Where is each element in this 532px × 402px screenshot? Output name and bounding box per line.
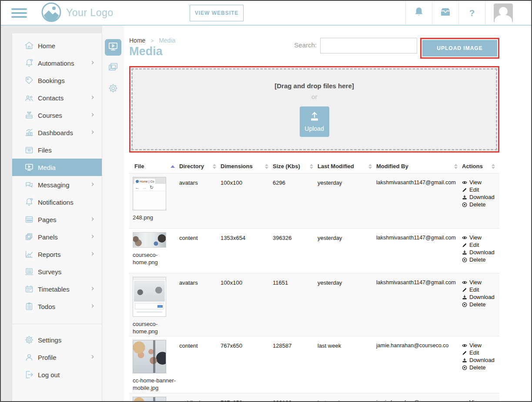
sidebar-item-courses[interactable]: Courses xyxy=(12,106,102,124)
edit-action[interactable]: Edit xyxy=(462,286,499,293)
delete-action[interactable]: Delete xyxy=(462,201,499,208)
download-action[interactable]: Download xyxy=(462,249,499,256)
sidebar-item-bookings[interactable]: Bookings xyxy=(12,72,102,89)
sort-icons xyxy=(213,164,216,169)
logout-icon xyxy=(24,369,34,380)
file-thumbnail[interactable] xyxy=(133,340,166,373)
tag-icon xyxy=(24,75,34,86)
download-icon xyxy=(462,195,467,200)
download-action[interactable]: Download xyxy=(462,356,499,364)
delete-action[interactable]: Delete xyxy=(462,301,499,308)
download-action[interactable]: Download xyxy=(462,293,499,301)
sidebar-item-todos[interactable]: Todos xyxy=(12,298,102,315)
delete-icon xyxy=(462,257,467,262)
reload-icon: ↻ xyxy=(150,185,154,190)
chevron-right-icon xyxy=(90,354,96,361)
eye-icon xyxy=(462,235,467,240)
iconbar-images-button[interactable] xyxy=(105,60,121,76)
edit-action[interactable]: Edit xyxy=(462,186,499,193)
chevron-right-icon xyxy=(90,94,96,102)
upload-image-button[interactable]: UPLOAD IMAGE xyxy=(422,40,497,56)
or-text: or xyxy=(311,93,317,100)
sidebar-item-pages[interactable]: Pages xyxy=(12,211,102,228)
bar-chart-icon xyxy=(24,127,34,138)
download-action[interactable]: Download xyxy=(462,193,499,201)
sidebar-item-surveys[interactable]: Surveys xyxy=(12,263,102,280)
sidebar-item-files[interactable]: Files xyxy=(12,141,102,159)
sidebar-item-home[interactable]: Home xyxy=(12,37,102,54)
page-icon xyxy=(24,214,34,225)
eye-icon xyxy=(462,280,467,285)
file-thumbnail[interactable] xyxy=(133,277,166,317)
view-action[interactable]: View xyxy=(462,179,499,186)
table-row: courseco-home.png avatars 100x100 11651 … xyxy=(129,273,499,336)
file-thumbnail[interactable]: Home | Co ←→↻ xyxy=(133,177,166,210)
search-label: Search: xyxy=(294,41,317,49)
panels-icon xyxy=(24,232,34,242)
search-input[interactable] xyxy=(320,38,417,53)
eye-icon xyxy=(462,400,467,402)
images-icon xyxy=(107,62,119,75)
upload-button[interactable]: Upload xyxy=(300,106,329,137)
notifications-bell-button[interactable] xyxy=(405,1,432,25)
cell-last-modified: yesterday xyxy=(318,229,376,273)
help-icon: ? xyxy=(469,8,475,18)
sidebar-item-profile[interactable]: Profile xyxy=(12,349,102,366)
chevron-right-icon xyxy=(90,251,96,258)
file-thumbnail[interactable] xyxy=(133,232,166,248)
view-action[interactable]: View xyxy=(462,342,499,349)
hamburger-menu-icon[interactable] xyxy=(11,6,27,20)
logo-text: Your Logo xyxy=(66,7,114,19)
column-header-modified-by[interactable]: Modified By xyxy=(376,160,462,169)
cell-last-modified: last week xyxy=(318,336,376,396)
media-table: File Directory Dimensions Size (Kbs) xyxy=(129,160,499,402)
sidebar-item-dashboards[interactable]: Dashboards xyxy=(12,124,102,141)
column-header-actions[interactable]: Actions xyxy=(462,160,499,169)
cell-dimensions: 100x100 xyxy=(221,273,273,339)
view-website-button[interactable]: VIEW WEBSITE xyxy=(190,5,244,21)
column-header-directory[interactable]: Directory xyxy=(179,160,221,169)
monitor-play-icon xyxy=(107,41,119,54)
sidebar-item-automations[interactable]: Automations xyxy=(12,54,102,72)
home-icon xyxy=(24,40,34,51)
cell-dimensions: 1353x654 xyxy=(221,229,273,273)
table-row: courseco-home.png content 1353x654 39632… xyxy=(129,229,499,273)
edit-action[interactable]: Edit xyxy=(462,241,499,249)
view-action[interactable]: View xyxy=(462,279,499,286)
inbox-button[interactable] xyxy=(432,1,458,25)
edit-action[interactable]: Edit xyxy=(462,349,499,356)
column-header-last-modified[interactable]: Last Modified xyxy=(318,160,376,169)
sidebar-item-contacts[interactable]: Contacts xyxy=(12,89,102,106)
iconbar-media-button[interactable] xyxy=(105,39,121,56)
sidebar-item-notifications[interactable]: Notifications xyxy=(12,193,102,211)
help-button[interactable]: ? xyxy=(458,1,485,25)
view-action[interactable]: View xyxy=(462,234,499,241)
sidebar-item-timetables[interactable]: Timetables xyxy=(12,280,102,298)
iconbar-settings-button[interactable] xyxy=(105,81,121,97)
left-gutter xyxy=(1,26,12,402)
sidebar-item-logout[interactable]: Log out xyxy=(12,366,102,383)
sidebar-item-media[interactable]: Media xyxy=(12,159,102,176)
upload-button-label: Upload xyxy=(304,125,324,132)
cell-size: 128587 xyxy=(273,336,318,396)
column-header-size[interactable]: Size (Kbs) xyxy=(273,160,318,169)
file-name: 248.png xyxy=(133,214,178,221)
chevron-right-icon xyxy=(90,112,96,119)
sidebar-item-messaging[interactable]: Messaging xyxy=(12,176,102,193)
sidebar-item-settings[interactable]: Settings xyxy=(12,331,102,349)
annotation-red-box: [Drag and drop files here] or Upload xyxy=(129,66,499,153)
column-header-dimensions[interactable]: Dimensions xyxy=(221,160,273,169)
clipboard-icon xyxy=(24,301,34,312)
delete-action[interactable]: Delete xyxy=(462,256,499,263)
logo[interactable]: Your Logo xyxy=(41,2,114,24)
file-thumbnail[interactable] xyxy=(133,397,166,402)
delete-action[interactable]: Delete xyxy=(462,364,499,371)
column-header-file[interactable]: File xyxy=(129,160,179,169)
user-avatar-button[interactable] xyxy=(485,1,531,25)
drag-drop-zone[interactable]: [Drag and drop files here] or Upload xyxy=(131,68,497,150)
sidebar-item-panels[interactable]: Panels xyxy=(12,228,102,246)
breadcrumb-home-link[interactable]: Home xyxy=(129,37,145,44)
cell-modified-by: lakshmivasanth1147@gmail.com xyxy=(376,273,462,339)
view-action[interactable]: View xyxy=(462,399,499,402)
sidebar-item-reports[interactable]: Reports xyxy=(12,246,102,263)
